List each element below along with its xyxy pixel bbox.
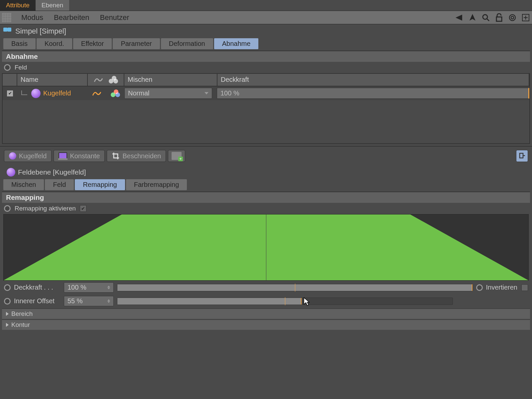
tab-attribute[interactable]: Attribute: [0, 0, 36, 11]
layer-value-icon[interactable]: [92, 89, 102, 97]
nav-up-icon[interactable]: [468, 13, 477, 22]
menu-modus[interactable]: Modus: [16, 13, 49, 22]
folder-plus-icon: [172, 152, 182, 160]
sphere-field-icon: [7, 168, 15, 177]
inner-offset-slider[interactable]: [117, 298, 453, 305]
remapping-keyframe-icon[interactable]: [4, 205, 11, 212]
col-deckkraft: Deckkraft: [217, 74, 529, 86]
col-mischen: Mischen: [124, 74, 217, 86]
section-abnahme-header: Abnahme: [2, 51, 530, 62]
tab-mischen[interactable]: Mischen: [3, 179, 44, 190]
deckkraft-label: Deckkraft . . .: [14, 284, 61, 291]
add-beschneiden-button[interactable]: Beschneiden: [107, 150, 166, 162]
inner-offset-input[interactable]: 55 %: [64, 296, 114, 306]
feldebene-title: Feldebene [Kugelfeld]: [18, 168, 86, 176]
field-link-button[interactable]: [516, 150, 528, 162]
search-icon[interactable]: [481, 13, 490, 22]
constant-icon: [59, 152, 67, 160]
add-folder-button[interactable]: [168, 150, 185, 162]
tab-feld[interactable]: Feld: [45, 179, 74, 190]
tab-effektor[interactable]: Effektor: [73, 38, 112, 49]
invertieren-label: Invertieren: [486, 284, 518, 291]
feld-keyframe-icon[interactable]: [4, 64, 11, 71]
tab-farbremapping[interactable]: Farbremapping: [126, 179, 187, 190]
blend-mode-dropdown[interactable]: Normal: [124, 88, 212, 99]
col-enable: [3, 74, 17, 86]
tab-ebenen[interactable]: Ebenen: [36, 0, 69, 11]
layer-name: Kugelfeld: [43, 89, 71, 97]
inner-offset-label: Innerer Offset: [14, 297, 61, 305]
svg-point-4: [511, 16, 514, 19]
layer-list-empty-area[interactable]: [3, 100, 529, 143]
remapping-graph[interactable]: [3, 214, 529, 281]
chevron-right-icon: [6, 323, 9, 327]
target-icon[interactable]: [508, 13, 517, 22]
tab-parameter[interactable]: Parameter: [113, 38, 160, 49]
tab-koord[interactable]: Koord.: [37, 38, 72, 49]
deckkraft-input[interactable]: 100 %: [64, 282, 114, 293]
object-title: Simpel [Simpel]: [15, 27, 66, 36]
layer-enable-checkbox[interactable]: ✔: [7, 90, 13, 96]
col-name: Name: [17, 74, 88, 86]
tree-line-icon: [21, 90, 27, 95]
tab-deformation[interactable]: Deformation: [161, 38, 213, 49]
svg-line-1: [487, 19, 489, 21]
bereich-collapse[interactable]: Bereich: [2, 309, 530, 319]
remapping-enable-checkbox[interactable]: [80, 205, 86, 212]
menu-benutzer[interactable]: Benutzer: [94, 13, 134, 22]
view-mode-icon[interactable]: [2, 13, 11, 22]
layer-row[interactable]: ✔ Kugelfeld Normal 100 %: [3, 86, 529, 100]
add-kugelfeld-button[interactable]: Kugelfeld: [4, 150, 52, 162]
crop-icon: [112, 152, 120, 160]
sphere-icon: [9, 152, 16, 160]
invertieren-checkbox[interactable]: [521, 284, 528, 291]
deckkraft-keyframe-icon[interactable]: [4, 284, 11, 291]
sphere-field-icon: [31, 89, 41, 98]
add-panel-icon[interactable]: [521, 13, 530, 22]
svg-point-3: [509, 15, 515, 21]
menu-bearbeiten[interactable]: Bearbeiten: [49, 13, 94, 22]
lock-icon[interactable]: [495, 13, 503, 22]
object-type-icon: [3, 28, 11, 35]
section-remapping-header: Remapping: [2, 192, 530, 203]
col-flags: [88, 74, 124, 86]
svg-point-0: [483, 15, 487, 19]
nav-back-icon[interactable]: [455, 13, 464, 22]
feld-label: Feld: [15, 64, 27, 71]
invertieren-keyframe-icon[interactable]: [476, 284, 483, 291]
color-filter-icon: [109, 76, 118, 84]
tab-basis[interactable]: Basis: [3, 38, 36, 49]
inner-offset-keyframe-icon[interactable]: [4, 298, 11, 305]
svg-rect-2: [496, 17, 502, 21]
deckkraft-slider[interactable]: [117, 284, 473, 291]
layer-color-icon[interactable]: [111, 89, 120, 97]
chevron-right-icon: [6, 312, 9, 316]
remapping-enable-label: Remapping aktivieren: [15, 205, 76, 212]
kontur-collapse[interactable]: Kontur: [2, 320, 530, 330]
layer-opacity-input[interactable]: 100 %: [217, 88, 529, 99]
tab-abnahme[interactable]: Abnahme: [214, 38, 259, 49]
tab-remapping[interactable]: Remapping: [75, 179, 125, 190]
value-filter-icon: [94, 76, 104, 84]
add-konstante-button[interactable]: Konstante: [54, 150, 105, 162]
